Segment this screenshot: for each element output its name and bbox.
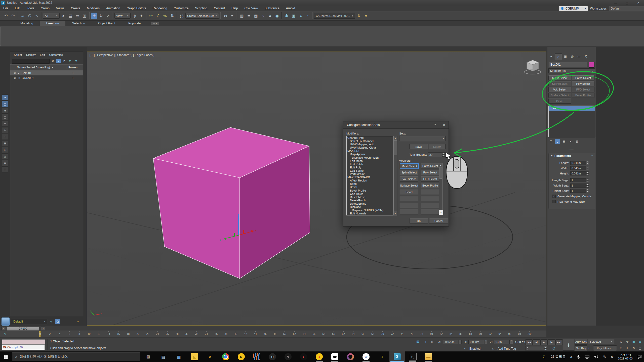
modifier-slot-button[interactable]: Vol. Select (400, 176, 418, 182)
explorer-menu-item[interactable]: Customize (49, 53, 63, 56)
value-field[interactable]: 1 (570, 184, 586, 188)
ime-language-indicator[interactable]: A (611, 355, 613, 359)
box001-object[interactable] (153, 127, 310, 279)
explorer-column-header[interactable]: Name (Sorted Ascending)▲ Frozen (10, 64, 83, 70)
modifier-slot-button[interactable] (421, 203, 439, 208)
x-spinner[interactable]: ▲▼ (459, 340, 462, 344)
modifier-catalog-item[interactable]: Displace Mesh (WSM) (347, 156, 397, 159)
filter-funnel-icon[interactable]: ▼ (56, 59, 61, 63)
go-to-end-button[interactable]: ▶▶| (555, 339, 563, 345)
close[interactable]: ✕ (633, 0, 644, 6)
selection-filter-dropdown[interactable]: All ▼ (43, 13, 60, 19)
menu-item[interactable]: Tools (24, 6, 37, 11)
modifier-set-button[interactable]: FFD Select (572, 87, 594, 92)
yellow-x-app[interactable]: ✕ (202, 351, 218, 362)
delete-button[interactable]: Delete (429, 144, 446, 149)
checkbox[interactable] (552, 200, 556, 203)
taskbar-search-input[interactable]: ⌕ 검색하려면 여기에 입력하십시오. (12, 352, 140, 361)
spinner[interactable] (586, 166, 589, 170)
clear-search-icon[interactable]: ✕ (50, 59, 55, 63)
toolbar-button[interactable] (312, 12, 313, 19)
selection-set-icon[interactable] (2, 318, 10, 326)
layers-icon[interactable]: ≋ (48, 319, 54, 324)
value-field[interactable]: 1 (570, 189, 586, 193)
modifier-set-button[interactable]: SplineSelect (548, 81, 571, 86)
mini-curve-editor-icon[interactable]: ∿ (4, 332, 7, 335)
checkbox[interactable] (552, 195, 556, 198)
modifier-slot-button[interactable] (421, 209, 439, 214)
lock-selection-icon[interactable]: ⊓ (424, 340, 426, 343)
modifier-catalog-item[interactable]: Displace (347, 205, 397, 209)
menu-item[interactable]: File (0, 6, 12, 11)
Box001[interactable]: · ◉ ● Box001 ✛ (10, 70, 83, 75)
menu-item[interactable]: Rendering (149, 6, 171, 11)
oculus[interactable] (327, 351, 343, 362)
task-view-button[interactable]: ▦ (142, 351, 154, 362)
modifier-slot-button[interactable]: Patch Select (421, 163, 439, 168)
display-groups[interactable]: ◎ (2, 153, 8, 159)
toolbar-button[interactable] (281, 12, 282, 19)
hierarchy-tab[interactable]: ⊞ (562, 53, 569, 59)
render-production[interactable]: ◕ (297, 13, 304, 19)
mirror[interactable]: ⋈ (222, 13, 228, 19)
zoom-extents-icon[interactable]: ◼ (631, 339, 636, 344)
display-lights[interactable]: ✺ (2, 108, 8, 114)
value-field[interactable]: 0.041m (570, 171, 586, 175)
undo[interactable]: ↶ (3, 13, 9, 19)
zoom-region-icon[interactable]: ⊡ (619, 346, 623, 350)
modifier-set-button[interactable]: Patch Select (572, 75, 594, 80)
create-tab[interactable]: + (548, 53, 555, 59)
frozen-toggle-icon[interactable]: ✛ (68, 76, 83, 80)
spinner-snap-toggle[interactable]: ⇅ (169, 13, 175, 19)
display-bones[interactable]: ⌁ (2, 134, 8, 140)
close-button[interactable]: ✕ (439, 121, 449, 128)
isolate-selection-icon[interactable]: ⊡ (416, 340, 419, 343)
modifier-catalog-item[interactable]: Edit Normals (347, 212, 397, 215)
pin-stack[interactable]: ↧ (548, 139, 553, 144)
moon-weather-icon[interactable]: ☾ (543, 354, 546, 359)
3ds-max[interactable]: 3 (389, 351, 405, 362)
menu-item[interactable]: Create (68, 6, 84, 11)
toolbar-button[interactable] (146, 12, 146, 19)
menu-item[interactable]: Substance (261, 6, 283, 11)
display-materials[interactable]: ◉ (2, 160, 8, 166)
panel-overflow-icon[interactable]: » (77, 320, 78, 323)
toolbar-button[interactable] (220, 12, 221, 19)
ribbon-drag-handle[interactable] (1, 27, 3, 46)
select-and-rotate[interactable]: ↻ (98, 13, 104, 19)
display-xrefs[interactable]: ⊞ (2, 147, 8, 153)
use-pivot-point-center[interactable]: ◎ (131, 13, 138, 19)
modifier-set-button[interactable]: Vol. Select (548, 87, 571, 92)
next-frame-button[interactable]: > (41, 327, 45, 330)
named-selection-sets-dropdown[interactable]: Create Selection Set ▼ (185, 13, 219, 19)
modifier-catalog-item[interactable]: Bevel (347, 186, 397, 189)
scroll-up-icon[interactable]: ▲ (439, 163, 442, 167)
maxscript-mini-output[interactable] (2, 339, 45, 345)
display-cameras[interactable]: ▢ (2, 114, 8, 120)
curve-editor[interactable]: ∿ (260, 13, 266, 19)
set-keys-button[interactable]: + (563, 339, 574, 351)
display-spacewarps[interactable]: ≋ (2, 127, 8, 133)
menu-item[interactable]: Modifiers (84, 6, 103, 11)
explorer-menu-item[interactable]: Select (14, 53, 22, 56)
calculator[interactable]: ▦ (171, 351, 187, 362)
show-end-result[interactable]: ∪ (555, 139, 560, 144)
modifier-set-button[interactable]: Bevel Profile (572, 93, 594, 98)
spinner[interactable] (586, 184, 589, 188)
value-field[interactable]: 0.045m (570, 166, 586, 170)
menu-item[interactable]: Civil View (241, 6, 261, 11)
visibility-eye-icon[interactable]: ◉ (14, 77, 18, 79)
help-button[interactable]: ? (430, 121, 439, 128)
toggle-ribbon[interactable]: ▩ (253, 13, 259, 19)
pen-icon[interactable]: ✎ (603, 355, 606, 359)
grid-scrollbar[interactable]: ▲ (439, 163, 442, 214)
chrome[interactable] (218, 351, 233, 362)
workspace-dropdown[interactable]: Default ▼ (609, 6, 644, 11)
key-filters-button[interactable]: Key Filters... (593, 345, 617, 351)
start-button[interactable] (0, 351, 12, 362)
object-name-field[interactable]: Box001 (549, 62, 587, 67)
menu-item[interactable]: Graph Editors (124, 6, 149, 11)
viewcube[interactable] (525, 60, 541, 74)
current-frame-field[interactable]: 0 (525, 346, 544, 350)
track-bar[interactable]: ∿ 02468101214161820222426283032343638404… (0, 331, 546, 337)
